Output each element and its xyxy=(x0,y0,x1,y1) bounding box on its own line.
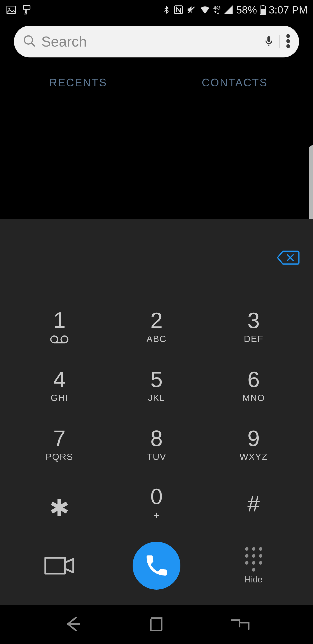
brush-icon xyxy=(21,4,32,16)
search-bar[interactable]: Search xyxy=(14,26,299,58)
key-letters: WXYZ xyxy=(240,452,268,462)
svg-point-7 xyxy=(24,36,32,44)
tab-recents[interactable]: RECENTS xyxy=(0,70,156,96)
key-hash[interactable]: # xyxy=(205,474,302,533)
key-letters: DEF xyxy=(244,334,264,344)
svg-point-11 xyxy=(286,44,290,48)
key-digit: 7 xyxy=(53,427,66,450)
svg-point-12 xyxy=(51,336,58,343)
key-digit: 3 xyxy=(247,310,260,332)
key-letters: TUV xyxy=(147,452,166,462)
clock: 3:07 PM xyxy=(269,4,308,16)
hide-label: Hide xyxy=(245,574,263,584)
key-8[interactable]: 8 TUV xyxy=(108,415,205,474)
key-6[interactable]: 6 MNO xyxy=(205,356,302,415)
nav-bar xyxy=(0,605,313,644)
battery-icon xyxy=(260,4,266,15)
search-placeholder: Search xyxy=(41,33,263,50)
key-digit: 2 xyxy=(150,310,163,332)
voicemail-icon xyxy=(50,331,69,345)
dialed-number-row xyxy=(0,236,313,280)
recents-button[interactable] xyxy=(230,616,250,632)
key-digit: # xyxy=(247,492,260,515)
video-call-button[interactable] xyxy=(11,555,108,576)
key-7[interactable]: 7 PQRS xyxy=(11,415,108,474)
mic-icon[interactable] xyxy=(263,34,275,50)
dial-panel: 1 2 ABC 3 DEF 4 GHI 5 JKL 6 MNO 7 PQRS xyxy=(0,219,313,605)
svg-rect-14 xyxy=(45,558,65,574)
search-icon xyxy=(22,34,36,49)
key-letters: PQRS xyxy=(46,452,73,462)
svg-rect-2 xyxy=(23,6,30,9)
backspace-button[interactable] xyxy=(277,250,300,266)
lte-icon: 4G xyxy=(213,5,220,15)
signal-icon xyxy=(223,4,234,15)
svg-rect-5 xyxy=(262,5,264,6)
svg-point-13 xyxy=(61,336,68,343)
key-letters: ABC xyxy=(146,334,167,344)
svg-rect-6 xyxy=(261,9,265,14)
key-letters: JKL xyxy=(148,393,165,403)
key-digit: 1 xyxy=(53,309,66,331)
key-2[interactable]: 2 ABC xyxy=(108,297,205,356)
more-icon[interactable] xyxy=(286,34,291,50)
key-4[interactable]: 4 GHI xyxy=(11,356,108,415)
key-9[interactable]: 9 WXYZ xyxy=(205,415,302,474)
keypad: 1 2 ABC 3 DEF 4 GHI 5 JKL 6 MNO 7 PQRS xyxy=(11,297,302,533)
key-0[interactable]: 0 + xyxy=(108,474,205,533)
status-indicators: 4G 58% 3:07 PM xyxy=(162,4,308,16)
key-letters: GHI xyxy=(51,393,68,403)
key-digit: 8 xyxy=(150,427,163,450)
bluetooth-icon xyxy=(162,4,171,15)
key-digit: 6 xyxy=(247,368,260,390)
picture-icon xyxy=(5,4,17,16)
key-star[interactable]: ✱ xyxy=(11,474,108,533)
vertical-divider xyxy=(279,35,280,48)
keypad-icon xyxy=(245,547,262,572)
home-button[interactable] xyxy=(148,615,165,634)
key-letters: MNO xyxy=(242,393,265,403)
key-1[interactable]: 1 xyxy=(11,297,108,356)
call-button[interactable] xyxy=(133,542,180,590)
svg-point-1 xyxy=(8,8,10,9)
tabs: RECENTS CONTACTS xyxy=(0,70,313,96)
nfc-icon xyxy=(173,4,184,15)
battery-percent: 58% xyxy=(236,4,257,16)
key-digit: ✱ xyxy=(49,501,69,515)
key-digit: 9 xyxy=(247,427,260,450)
svg-rect-8 xyxy=(267,36,270,42)
wifi-icon xyxy=(199,4,211,15)
svg-point-9 xyxy=(286,34,290,38)
key-digit: 5 xyxy=(150,368,163,390)
svg-rect-0 xyxy=(7,6,15,14)
mute-icon xyxy=(186,4,197,15)
action-row: Hide xyxy=(11,542,302,590)
tab-contacts[interactable]: CONTACTS xyxy=(156,70,313,96)
key-3[interactable]: 3 DEF xyxy=(205,297,302,356)
status-notifications xyxy=(5,4,32,16)
svg-point-10 xyxy=(286,39,290,43)
key-5[interactable]: 5 JKL xyxy=(108,356,205,415)
key-digit: 4 xyxy=(53,368,66,390)
back-button[interactable] xyxy=(63,614,83,635)
key-plus: + xyxy=(153,509,160,522)
status-bar: 4G 58% 3:07 PM xyxy=(0,0,313,20)
hide-keypad-button[interactable]: Hide xyxy=(205,547,302,584)
key-digit: 0 xyxy=(150,486,163,508)
